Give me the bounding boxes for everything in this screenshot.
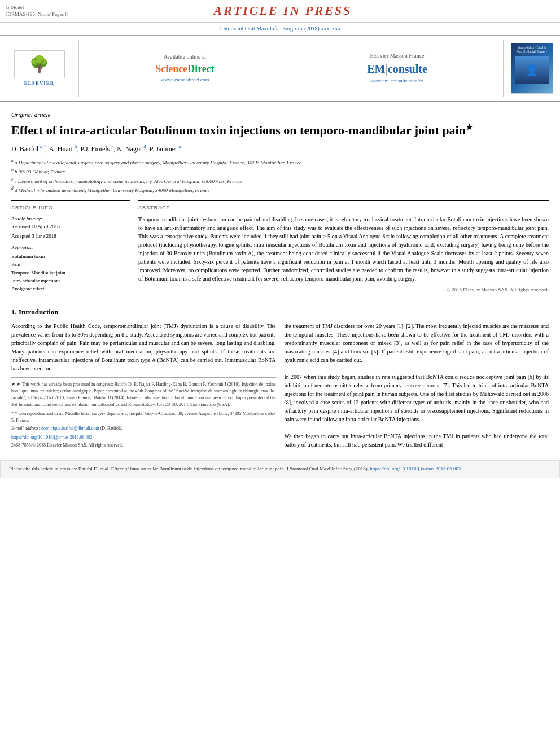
article-type-label: Original article <box>11 108 549 119</box>
abstract-copyright: © 2018 Elsevier Masson SAS. All rights r… <box>138 286 549 294</box>
abstract-col: ABSTRACT Temporo-mandibular joint dysfun… <box>138 200 549 293</box>
model-info: G Model JORMAS-195; No. of Pages 6 <box>6 4 68 18</box>
footnotes-area: ★ ★ This work has already been presented… <box>11 377 276 449</box>
article-info-col: ARTICLE INFO Article history: Received 1… <box>11 200 130 293</box>
available-online-text: Available online at <box>164 53 206 61</box>
content-area: Original article Effect of intra-articul… <box>0 102 560 455</box>
em-consulte-logo: EM|consulte <box>367 61 427 77</box>
fn-star2-text: * Corresponding author at: Maxillo facia… <box>11 411 276 423</box>
affiliation-b: b b 30103 Gâbnar, France <box>11 167 549 176</box>
em-text: EM <box>367 63 385 75</box>
authors-line: D. Batifol a,*, A. Huart b, P.J. Finiels… <box>11 143 549 154</box>
article-title: Effect of intra-articular Botulinum toxi… <box>11 123 549 139</box>
author-pj-finiels: P.J. Finiels <box>81 145 110 153</box>
footnote-doi: https://doi.org/10.1016/j.jormas.2018.06… <box>11 434 276 441</box>
received-date: Received 10 April 2018 <box>11 223 130 230</box>
cover-text: Stoma-tology Oral & Maxillo-facial Surge… <box>514 46 550 54</box>
email-address[interactable]: dominique.batifol@dbmail.com <box>41 426 99 431</box>
elsevier-masson-text: Elsevier Masson France <box>370 52 424 60</box>
keyword-5: Analgesic effect <box>11 285 130 292</box>
intro-left-text: According to the Public Health Code, tem… <box>11 322 276 373</box>
title-text: Effect of intra-articular Botulinum toxi… <box>11 124 466 138</box>
author-n-nagot: N. Nagot <box>117 145 142 153</box>
keyword-1: Botulinum toxin <box>11 252 130 260</box>
citation-bar: Please cite this article in press as: Ba… <box>0 460 560 478</box>
history-label: Article history: <box>11 215 130 222</box>
citation-text: Please cite this article in press as: Ba… <box>9 466 369 471</box>
elsevier-text: ELSEVIER <box>24 80 55 87</box>
abstract-header: ABSTRACT <box>138 204 549 212</box>
affiliation-a: a a Department of maxillofacial surgery,… <box>11 158 549 167</box>
keyword-3: Temporo-Mandibular joint <box>11 269 130 277</box>
emconsulte-url[interactable]: www.em-consulte.com/en <box>371 77 424 85</box>
intro-left-col: According to the Public Health Code, tem… <box>11 322 276 449</box>
sup-b: b <box>75 144 77 150</box>
journal-cover: Stoma-tology Oral & Maxillo-facial Surge… <box>504 40 560 97</box>
affiliation-c: c c Department of orthopedics, traumatol… <box>11 176 549 186</box>
consulte-text: consulte <box>388 63 427 75</box>
sciencedirect-block: Available online at ScienceDirect www.sc… <box>79 40 291 97</box>
elsevier-logo-block: 🌳 ELSEVIER <box>0 40 79 97</box>
intro-title: 1. Introduction <box>11 307 549 317</box>
affiliations-block: a a Department of maxillofacial surgery,… <box>11 158 549 195</box>
keywords-label: Keywords: <box>11 244 130 251</box>
top-bar: G Model JORMAS-195; No. of Pages 6 ARTIC… <box>0 0 560 23</box>
email-person: (D. Batifol). <box>100 426 123 431</box>
footnote-star2: * * Corresponding author at: Maxillo fac… <box>11 410 276 424</box>
affiliation-d: d d Medical information department, Mont… <box>11 185 549 195</box>
intro-heading: Introduction <box>19 308 59 316</box>
email-label: E-mail address: <box>11 426 40 431</box>
intro-number: 1. <box>11 308 17 316</box>
tree-icon: 🌳 <box>29 53 49 75</box>
keywords-list: Botulinum toxin Pain Temporo-Mandibular … <box>11 252 130 293</box>
cover-image: Stoma-tology Oral & Maxillo-facial Surge… <box>511 43 553 94</box>
sup-a: a,* <box>40 144 46 150</box>
author-a-huart: A. Huart <box>49 145 73 153</box>
article-in-press: ARTICLE IN PRESS <box>213 2 352 20</box>
intro-body-cols: According to the Public Health Code, tem… <box>11 322 549 449</box>
elsevier-logo-box: 🌳 <box>14 50 65 78</box>
intro-right-col: the treatment of TMJ disorders for over … <box>285 322 549 449</box>
keyword-2: Pain <box>11 260 130 268</box>
sup-c: c <box>111 144 113 150</box>
abstract-text: Temporo-mandibular joint dysfunction can… <box>138 215 549 283</box>
sciencedirect-logo: ScienceDirect <box>155 62 215 76</box>
emconsulte-block: Elsevier Masson France EM|consulte www.e… <box>291 40 504 97</box>
direct-text: Direct <box>187 63 215 75</box>
keyword-4: Intra-articular injections <box>11 277 130 285</box>
footnote-star1: ★ ★ This work has already been presented… <box>11 381 276 408</box>
info-abstract-cols: ARTICLE INFO Article history: Received 1… <box>11 200 549 293</box>
fn-star1-sym: ★ <box>11 382 16 387</box>
model-text: G Model JORMAS-195; No. of Pages 6 <box>6 5 68 18</box>
fn-star1-text: ★ This work has already been presented i… <box>11 382 276 407</box>
accepted-date: Accepted 3 June 2018 <box>11 233 130 240</box>
star-symbol: ★ <box>466 123 473 132</box>
author-p-jammet: P. Jammet <box>150 145 177 153</box>
intro-right-text: the treatment of TMJ disorders for over … <box>285 322 549 449</box>
cover-icon: 👤 <box>526 63 538 77</box>
footnote-copyright: 2468-7855/© 2018 Elsevier Masson SAS. Al… <box>11 442 276 449</box>
author-d-batifol: D. Batifol <box>11 145 38 153</box>
sup-d: d <box>143 144 146 150</box>
sciencedirect-url[interactable]: www.sciencedirect.com <box>161 76 209 84</box>
footnote-email: E-mail address: dominique.batifol@dbmail… <box>11 425 276 432</box>
divider-1 <box>11 300 549 300</box>
introduction-section: 1. Introduction According to the Public … <box>11 307 549 449</box>
publisher-row: 🌳 ELSEVIER Available online at ScienceDi… <box>0 36 560 102</box>
journal-title: J Stomatol Oral Maxillofac Surg xxx (201… <box>0 23 560 36</box>
cover-graphic: 👤 <box>515 56 549 84</box>
sup-a2: a <box>178 144 181 150</box>
doi-link[interactable]: https://doi.org/10.1016/j.jormas.2018.06… <box>11 435 92 440</box>
article-info-header: ARTICLE INFO <box>11 204 130 212</box>
citation-doi[interactable]: https://doi.org/10.1016/j.jormas.2018.06… <box>370 466 461 471</box>
science-text: Science <box>155 63 187 75</box>
